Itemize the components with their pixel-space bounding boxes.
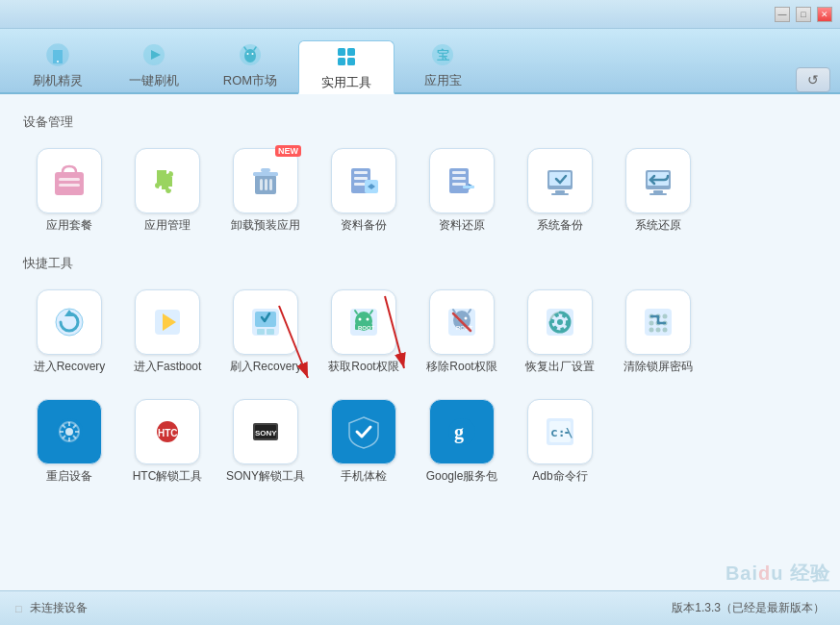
adb-cmd-item[interactable]: c:\ Adb命令行 bbox=[514, 395, 606, 488]
tab-apps[interactable]: 宝 应用宝 bbox=[395, 38, 491, 92]
enter-fastboot-label: 进入Fastboot bbox=[134, 360, 202, 375]
recovery-icon bbox=[51, 304, 88, 340]
svg-rect-12 bbox=[338, 58, 345, 65]
svg-point-82 bbox=[656, 327, 661, 332]
svg-point-81 bbox=[649, 327, 654, 332]
backup-icon bbox=[345, 162, 382, 199]
svg-point-83 bbox=[663, 327, 668, 332]
uninstall-preload-item[interactable]: NEW 卸载预装应用 bbox=[219, 144, 312, 238]
reboot-icon-box bbox=[37, 399, 102, 464]
maximize-button[interactable]: □ bbox=[796, 7, 811, 22]
status-bar: □ 未连接设备 版本1.3.3（已经是最新版本） bbox=[0, 590, 840, 625]
minimize-button[interactable]: — bbox=[775, 7, 790, 22]
bag-icon bbox=[51, 162, 88, 199]
nav-bar: 刷机精灵 一键刷机 ROM市场 bbox=[0, 29, 840, 94]
svg-rect-11 bbox=[347, 48, 355, 56]
tab-tools[interactable]: 实用工具 bbox=[298, 40, 395, 94]
data-restore-label: 资料还原 bbox=[439, 218, 485, 234]
new-badge: NEW bbox=[275, 145, 301, 157]
tab-apps-label: 应用宝 bbox=[424, 72, 462, 89]
system-restore-icon-box bbox=[625, 148, 691, 213]
refresh-button[interactable]: ↺ bbox=[796, 67, 830, 92]
app-manage-item[interactable]: 应用管理 bbox=[121, 144, 214, 238]
system-restore-label: 系统还原 bbox=[635, 218, 681, 234]
google-icon-box: g bbox=[429, 399, 495, 464]
flash-recovery-item[interactable]: 刷入Recovery bbox=[219, 286, 312, 379]
svg-point-1 bbox=[57, 61, 59, 62]
uninstall-icon-box: NEW bbox=[233, 148, 298, 213]
svg-rect-27 bbox=[354, 177, 368, 180]
version-info: 版本1.3.3（已经是最新版本） bbox=[672, 600, 825, 616]
sys-backup-icon bbox=[542, 162, 578, 199]
remove-root-icon-box: ROOT bbox=[429, 289, 495, 355]
app-suite-icon-box bbox=[37, 148, 102, 213]
svg-rect-41 bbox=[551, 193, 569, 195]
svg-point-72 bbox=[557, 319, 563, 325]
svg-rect-22 bbox=[260, 179, 263, 190]
app-suite-label: 应用套餐 bbox=[46, 218, 92, 234]
clear-lock-item[interactable]: 清除锁屏密码 bbox=[612, 286, 704, 379]
enter-recovery-label: 进入Recovery bbox=[34, 360, 106, 375]
svg-rect-35 bbox=[452, 183, 466, 186]
svg-text:HTC: HTC bbox=[158, 428, 178, 438]
remove-root-label: 移除Root权限 bbox=[426, 360, 496, 375]
svg-point-77 bbox=[663, 313, 668, 318]
htc-unlock-label: HTC解锁工具 bbox=[133, 469, 203, 485]
sony-unlock-item[interactable]: SONY SONY解锁工具 bbox=[219, 395, 312, 488]
enter-recovery-icon-box bbox=[37, 289, 102, 355]
svg-point-65 bbox=[465, 316, 468, 319]
data-backup-item[interactable]: 资料备份 bbox=[318, 144, 410, 238]
factory-icon bbox=[542, 304, 578, 340]
cmd-icon-box: c:\ bbox=[527, 399, 593, 464]
section-device-title: 设备管理 bbox=[23, 113, 817, 131]
svg-rect-24 bbox=[269, 179, 272, 190]
google-icon: g bbox=[444, 413, 480, 450]
close-button[interactable]: ✕ bbox=[817, 7, 832, 22]
tab-yijian[interactable]: 一键刷机 bbox=[106, 38, 202, 92]
tab-rom[interactable]: ROM市场 bbox=[202, 38, 298, 92]
phone-icon bbox=[44, 41, 71, 68]
tab-yijian-label: 一键刷机 bbox=[129, 72, 179, 89]
svg-rect-17 bbox=[59, 178, 80, 181]
svg-point-5 bbox=[244, 49, 256, 62]
phone-check-item[interactable]: 手机体检 bbox=[318, 395, 410, 488]
svg-text:ROOT: ROOT bbox=[358, 325, 375, 331]
svg-rect-40 bbox=[555, 190, 565, 193]
svg-rect-44 bbox=[653, 190, 663, 193]
system-restore-item[interactable]: 系统还原 bbox=[612, 144, 704, 238]
reboot-item[interactable]: 重启设备 bbox=[23, 395, 115, 488]
google-service-item[interactable]: g Google服务包 bbox=[416, 395, 508, 488]
sony-unlock-label: SONY解锁工具 bbox=[226, 469, 305, 485]
system-backup-label: 系统备份 bbox=[537, 218, 583, 234]
sony-icon-box: SONY bbox=[233, 399, 298, 464]
app-suite-item[interactable]: 应用套餐 bbox=[23, 144, 115, 238]
enter-fastboot-item[interactable]: 进入Fastboot bbox=[121, 286, 214, 379]
device-management-grid: 应用套餐 应用管理 NEW bbox=[23, 144, 817, 238]
get-root-icon-box: ROOT bbox=[331, 289, 396, 355]
svg-text:c:\: c:\ bbox=[550, 425, 573, 439]
svg-text:宝: 宝 bbox=[437, 48, 450, 62]
play-icon bbox=[140, 41, 167, 68]
factory-reset-label: 恢复出厂设置 bbox=[525, 360, 595, 375]
android-icon bbox=[237, 41, 264, 68]
svg-rect-34 bbox=[452, 177, 466, 180]
enter-recovery-item[interactable]: 进入Recovery bbox=[23, 286, 115, 379]
get-root-item[interactable]: ROOT 获取Root权限 bbox=[318, 286, 410, 379]
remove-root-item[interactable]: ROOT 移除Root权限 bbox=[416, 286, 508, 379]
svg-point-6 bbox=[247, 53, 249, 55]
svg-rect-26 bbox=[354, 171, 368, 174]
tab-shuajing[interactable]: 刷机精灵 bbox=[10, 38, 106, 92]
puzzle-icon bbox=[149, 162, 186, 199]
htc-unlock-item[interactable]: HTC HTC解锁工具 bbox=[121, 395, 214, 488]
svg-rect-33 bbox=[452, 171, 466, 174]
title-bar: — □ ✕ bbox=[0, 0, 840, 29]
enter-fastboot-icon-box bbox=[135, 289, 200, 355]
root-icon: ROOT bbox=[345, 304, 382, 340]
data-restore-item[interactable]: 资料还原 bbox=[416, 144, 508, 238]
svg-rect-10 bbox=[338, 48, 345, 56]
sys-restore-icon bbox=[640, 162, 676, 199]
tools-icon bbox=[333, 43, 360, 70]
factory-reset-item[interactable]: 恢复出厂设置 bbox=[514, 286, 606, 379]
system-backup-item[interactable]: 系统备份 bbox=[514, 144, 606, 238]
svg-point-56 bbox=[359, 317, 362, 320]
